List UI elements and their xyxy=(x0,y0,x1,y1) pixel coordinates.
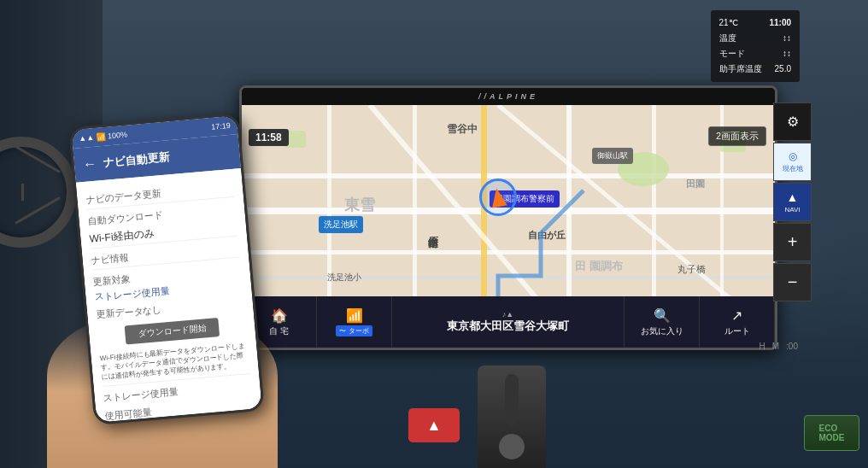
svg-rect-5 xyxy=(413,105,417,296)
current-location-button[interactable]: ◎ 現在地 xyxy=(773,143,812,181)
phone-header-title: ナビ自動更新 xyxy=(103,149,170,171)
svg-rect-2 xyxy=(242,250,775,254)
location-icon: ◎ xyxy=(789,150,797,162)
hazard-button[interactable]: ▲ xyxy=(408,408,460,442)
nav-route-btn[interactable]: ↗ ルート xyxy=(700,296,775,348)
nav-wifi-btn[interactable]: 📶 〜 ターボ xyxy=(317,296,392,348)
phone-signal: ▲▲ 📶 100% xyxy=(79,130,127,143)
settings-button[interactable]: ⚙ xyxy=(773,102,812,141)
plus-icon: + xyxy=(788,232,798,252)
svg-rect-4 xyxy=(327,105,331,296)
map-label-田園: 田園 xyxy=(686,178,705,190)
map-area[interactable]: 2画面表示 11:58 洗足池駅 田園調布警察前 御嶽山駅 雪谷中 東雪 中原街… xyxy=(242,105,775,296)
phone-time: 17:19 xyxy=(211,121,231,132)
svg-rect-3 xyxy=(242,276,775,279)
station-label-mitake: 御嶽山駅 xyxy=(592,148,633,164)
gear-icon: ⚙ xyxy=(787,114,799,130)
head-unit: //ALPINE xyxy=(239,85,777,350)
physical-controls: H M :00 xyxy=(760,342,798,351)
gear-shifter xyxy=(505,374,519,425)
phone-content: ナビのデータ更新 自動ダウンロード Wi-Fi経由のみ ナビ情報 更新対象 スト… xyxy=(76,168,262,423)
nav-position-marker xyxy=(479,178,517,216)
svg-rect-7 xyxy=(566,105,572,296)
nav-bottom-bar: 🏠 自 宅 📶 〜 ターボ ♪▲ 東京都大田区雪谷大塚町 🔍 お気に入り xyxy=(242,296,775,348)
car-interior: //ALPINE xyxy=(0,0,868,468)
home-icon: 🏠 xyxy=(271,307,288,324)
hazard-icon: ▲ xyxy=(426,417,442,435)
map-label-jiyugaoka: 自由が丘 xyxy=(528,229,566,242)
head-unit-side-buttons: ⚙ ◎ 現在地 ▲ NAVI + − xyxy=(773,102,812,301)
phone-screen: ▲▲ 📶 100% 17:19 ← ナビ自動更新 ナビのデータ更新 自動ダウンロ… xyxy=(71,115,261,423)
svg-rect-8 xyxy=(652,105,656,296)
control-m: M xyxy=(772,342,779,351)
nav-search-btn[interactable]: 🔍 お気に入り xyxy=(625,296,700,348)
alpine-logo: //ALPINE xyxy=(478,92,538,101)
zoom-out-button[interactable]: − xyxy=(773,263,812,301)
wifi-icon: 📶 xyxy=(346,307,363,324)
control-h: H xyxy=(760,342,765,351)
nav-address-display: ♪▲ 東京都大田区雪谷大塚町 xyxy=(392,296,625,348)
eco-mode-label: ECOMODE xyxy=(819,424,845,442)
alpine-logo-bar: //ALPINE xyxy=(242,88,775,105)
download-note: Wi-Fi接続時にも最新データをダウンロードします。モバイルデータ通信でダウンロ… xyxy=(99,341,249,383)
gear-knob xyxy=(499,434,525,459)
navi-icon: ▲ xyxy=(787,190,799,204)
smartphone: ▲▲ 📶 100% 17:19 ← ナビ自動更新 ナビのデータ更新 自動ダウンロ… xyxy=(68,113,265,425)
download-button[interactable]: ダウンロード開始 xyxy=(125,318,220,345)
map-label-higashiyuki: 東雪 xyxy=(344,195,375,215)
control-time: :00 xyxy=(786,342,798,351)
map-label-marukobashi: 丸子橋 xyxy=(677,263,706,276)
map-label-yukigaya: 雪谷中 xyxy=(447,122,478,137)
map-time: 11:58 xyxy=(249,129,289,146)
minus-icon: − xyxy=(788,272,798,292)
eco-mode-button[interactable]: ECOMODE xyxy=(804,415,859,451)
map-label-田園調布: 田 園調布 xyxy=(575,259,623,274)
navi-button[interactable]: ▲ NAVI xyxy=(773,183,812,221)
back-arrow-icon[interactable]: ← xyxy=(82,156,97,173)
route-icon: ↗ xyxy=(731,307,742,324)
station-label-senzoike: 洗足池駅 xyxy=(319,216,363,233)
map-label-senzoike-sho: 洗足池小 xyxy=(327,272,361,284)
climate-display: 21℃ 11:00 温度 ↕↕ モード ↕↕ 助手席温度 25.0 xyxy=(711,10,800,82)
zoom-in-button[interactable]: + xyxy=(773,223,812,261)
search-icon: 🔍 xyxy=(654,307,671,324)
gear-shift[interactable] xyxy=(478,366,546,468)
dual-screen-button[interactable]: 2画面表示 xyxy=(708,126,766,146)
